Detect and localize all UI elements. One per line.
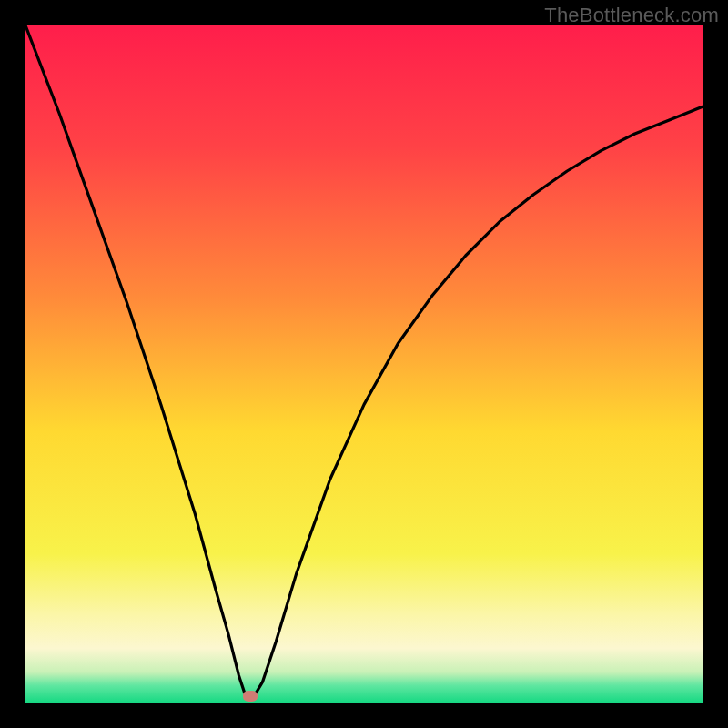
plot-area <box>25 25 703 703</box>
watermark-text: TheBottleneck.com <box>544 4 719 27</box>
optimal-marker <box>243 691 258 702</box>
bottleneck-curve <box>25 25 703 703</box>
chart-frame: TheBottleneck.com <box>0 0 728 728</box>
